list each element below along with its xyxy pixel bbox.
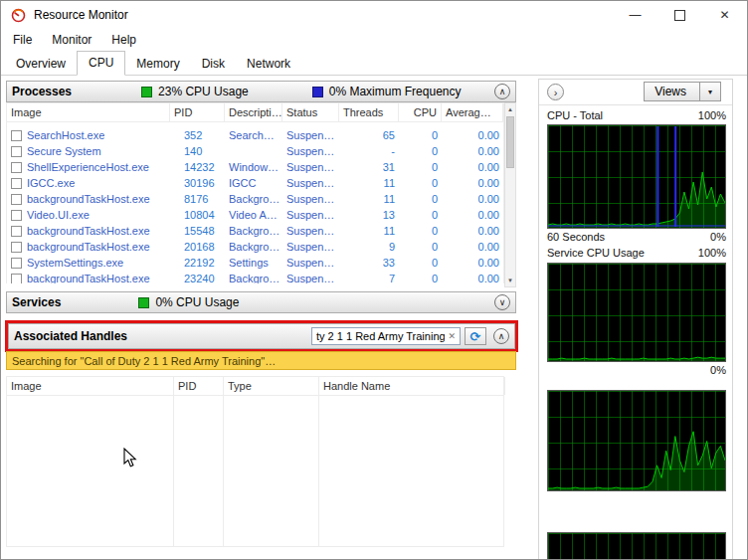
row-checkbox[interactable] (11, 178, 22, 189)
chart-title: Service CPU Usage (547, 247, 645, 259)
process-image-name: SearchHost.exe (27, 129, 104, 141)
minimize-button[interactable]: — (613, 1, 657, 29)
process-table-scrollbar[interactable]: ▲ ▼ (504, 102, 516, 287)
scroll-up-icon[interactable]: ▲ (505, 103, 515, 115)
menu-help[interactable]: Help (101, 33, 146, 47)
row-checkbox[interactable] (11, 130, 22, 141)
process-threads: 31 (339, 161, 399, 173)
process-row[interactable]: backgroundTaskHost.exe8176Backgro…Suspen… (7, 191, 503, 207)
row-checkbox[interactable] (11, 226, 22, 237)
row-checkbox[interactable] (11, 210, 22, 221)
process-description: Backgro… (225, 225, 282, 237)
process-average-cpu: 0.00 (442, 145, 503, 157)
scrollbar-thumb[interactable] (506, 116, 514, 168)
process-row[interactable]: IGCC.exe30196IGCCSuspen…1100.00 (7, 175, 503, 191)
column-header-image[interactable]: Image (7, 103, 170, 121)
associated-handles-highlight: Associated Handles ty 2 1 1 Red Army Tra… (5, 320, 518, 352)
handles-column-image (7, 396, 174, 546)
close-button[interactable]: ✕ (702, 1, 747, 29)
process-cpu: 0 (399, 209, 442, 221)
process-description: Settings (225, 257, 282, 269)
process-image-name: backgroundTaskHost.exe (27, 225, 150, 237)
menu-file[interactable]: File (3, 33, 42, 47)
handles-column-type (224, 396, 319, 546)
process-pid: 15548 (170, 225, 225, 237)
row-checkbox[interactable] (11, 274, 22, 284)
processes-collapse-button[interactable]: ∧ (494, 84, 510, 99)
process-row[interactable]: backgroundTaskHost.exe23240Backgro…Suspe… (7, 271, 503, 283)
refresh-icon: ⟳ (470, 329, 481, 344)
cpu-usage-indicator (141, 87, 152, 97)
tab-overview[interactable]: Overview (5, 53, 77, 76)
column-header-cpu[interactable]: CPU (399, 103, 442, 121)
process-image-name: backgroundTaskHost.exe (27, 273, 150, 283)
views-dropdown[interactable]: Views ▾ (644, 82, 721, 101)
window-controls: — ✕ (613, 1, 747, 29)
process-description: Video A… (225, 209, 282, 221)
row-checkbox[interactable] (11, 258, 22, 269)
process-row[interactable]: ShellExperienceHost.exe14232Window…Suspe… (7, 159, 503, 175)
maximize-icon (674, 10, 685, 21)
process-average-cpu: 0.00 (442, 257, 503, 269)
column-header-threads[interactable]: Threads (339, 103, 399, 121)
handles-column-handle-name (319, 396, 505, 546)
services-title: Services (12, 295, 61, 309)
column-header-description[interactable]: Descripti… (225, 103, 282, 121)
column-header-pid[interactable]: PID (174, 377, 224, 395)
chart-cpu-total-labels: CPU - Total 100% (547, 109, 726, 121)
process-row[interactable]: Secure System140Suspen…-00.00 (7, 143, 503, 159)
process-image-name: IGCC.exe (27, 177, 75, 189)
handles-column-pid (174, 396, 224, 546)
cpu-core-chart (547, 532, 726, 560)
resource-monitor-window: Resource Monitor — ✕ File Monitor Help O… (0, 0, 748, 560)
search-status-text: Searching for "Call of Duty 2 1 1 Red Ar… (12, 355, 276, 367)
process-description: Window… (225, 161, 282, 173)
handles-collapse-button[interactable]: ∧ (493, 328, 509, 344)
tab-disk[interactable]: Disk (191, 53, 236, 76)
process-threads: 11 (339, 177, 399, 189)
services-expand-button[interactable]: ∨ (494, 294, 510, 310)
process-threads: 7 (339, 273, 399, 283)
views-label: Views (645, 83, 699, 100)
maximize-button[interactable] (657, 1, 702, 29)
menu-monitor[interactable]: Monitor (42, 33, 101, 47)
process-row[interactable]: SearchHost.exe352Search…Suspen…6500.00 (7, 127, 503, 143)
tab-memory[interactable]: Memory (125, 53, 190, 76)
tab-cpu[interactable]: CPU (77, 51, 125, 76)
process-row[interactable]: SystemSettings.exe22192SettingsSuspen…33… (7, 255, 503, 271)
process-row[interactable]: backgroundTaskHost.exe15548Backgro…Suspe… (7, 223, 503, 239)
row-checkbox[interactable] (11, 146, 22, 157)
expand-panel-button[interactable]: › (547, 84, 564, 100)
row-checkbox[interactable] (11, 242, 22, 253)
column-header-handle-name[interactable]: Handle Name (319, 377, 505, 395)
processes-section-header[interactable]: Processes 23% CPU Usage 0% Maximum Frequ… (6, 81, 516, 102)
column-header-image[interactable]: Image (7, 377, 174, 395)
process-cpu: 0 (399, 145, 442, 157)
process-threads: 13 (339, 209, 399, 221)
process-pid: 23240 (170, 273, 225, 283)
process-status: Suspen… (282, 129, 339, 141)
column-header-average[interactable]: Averag… (442, 103, 503, 121)
search-handles-button[interactable]: ⟳ (465, 327, 486, 345)
process-row[interactable]: backgroundTaskHost.exe20168Backgro…Suspe… (7, 239, 503, 255)
row-checkbox[interactable] (11, 194, 22, 205)
process-table-body: SearchHost.exe352Search…Suspen…6500.00Se… (6, 122, 504, 283)
process-pid: 352 (170, 129, 225, 141)
search-status-bar: Searching for "Call of Duty 2 1 1 Red Ar… (6, 351, 516, 370)
associated-handles-header[interactable]: Associated Handles ty 2 1 1 Red Army Tra… (8, 323, 515, 349)
process-image-name: backgroundTaskHost.exe (27, 193, 150, 205)
scroll-down-icon[interactable]: ▼ (505, 275, 515, 286)
tab-network[interactable]: Network (236, 53, 301, 76)
clear-search-icon[interactable]: ✕ (448, 331, 456, 341)
menubar: File Monitor Help (1, 29, 747, 51)
row-checkbox[interactable] (11, 162, 22, 173)
column-header-type[interactable]: Type (224, 377, 319, 395)
services-section-header[interactable]: Services 0% CPU Usage ∨ (6, 291, 516, 313)
process-row[interactable]: Video.UI.exe10804Video A…Suspen…1300.00 (7, 207, 503, 223)
column-header-pid[interactable]: PID (170, 103, 225, 121)
caret-down-icon: ▾ (699, 83, 720, 100)
process-average-cpu: 0.00 (442, 209, 503, 221)
handle-search-input[interactable]: ty 2 1 1 Red Army Training ✕ (311, 327, 461, 345)
column-header-status[interactable]: Status (282, 103, 339, 121)
app-icon (11, 8, 26, 23)
